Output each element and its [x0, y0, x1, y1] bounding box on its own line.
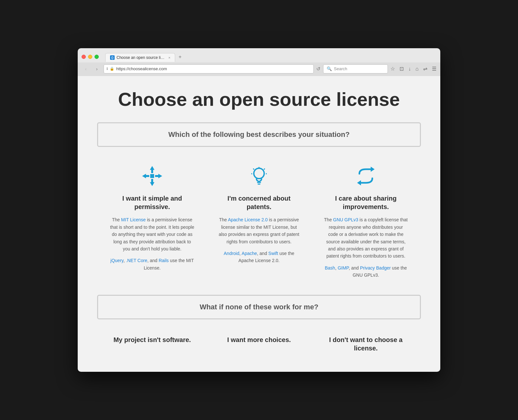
apache-link[interactable]: Apache	[242, 251, 257, 256]
dotnet-link[interactable]: .NET Core	[126, 258, 147, 263]
card-simple-heading: I want it simple and permissive.	[110, 194, 194, 211]
privacy-badger-link[interactable]: Privacy Badger	[360, 265, 391, 271]
info-icon: ℹ	[107, 67, 108, 71]
bottom-card-more-choices: I want more choices.	[210, 332, 308, 356]
bottom-card-more-choices-heading: I want more choices.	[217, 336, 301, 344]
svg-rect-3	[151, 179, 153, 183]
simple-icon	[110, 163, 194, 189]
card-simple-examples: jQuery, .NET Core, and Rails use the MIT…	[110, 257, 194, 271]
search-placeholder: Search	[334, 66, 347, 71]
home-icon[interactable]: ⌂	[415, 66, 419, 72]
tab-close-button[interactable]: ×	[168, 56, 170, 60]
tab-favicon: {}	[110, 55, 115, 60]
bash-link[interactable]: Bash	[325, 265, 335, 271]
minimize-button[interactable]	[88, 55, 92, 59]
mit-license-link[interactable]: MIT License	[121, 217, 146, 222]
maximize-button[interactable]	[95, 55, 99, 59]
svg-line-14	[264, 169, 265, 170]
rails-link[interactable]: Rails	[159, 258, 169, 263]
card-patents-desc: The Apache License 2.0 is a permissive l…	[217, 216, 301, 245]
page-content: Choose an open source license Which of t…	[78, 76, 440, 372]
card-simple: I want it simple and permissive. The MIT…	[104, 160, 201, 282]
svg-rect-1	[151, 169, 153, 173]
svg-line-13	[253, 169, 254, 170]
jquery-link[interactable]: jQuery	[110, 258, 123, 263]
card-sharing-heading: I care about sharing improvements.	[324, 194, 408, 211]
swift-link[interactable]: Swift	[268, 251, 278, 256]
bottom-card-not-software: My project isn't software.	[104, 332, 201, 356]
bottom-cards-row: My project isn't software. I want more c…	[97, 332, 421, 356]
svg-rect-5	[145, 175, 149, 177]
back-button[interactable]: ‹	[82, 65, 90, 73]
toolbar-icons: ☆ ⊡ ↓ ⌂ ⇌ ☰	[390, 66, 436, 72]
sharing-icon	[324, 163, 408, 189]
tab-title: Choose an open source licens…	[117, 55, 165, 60]
card-patents: I'm concerned about patents. The Apache …	[210, 160, 308, 282]
svg-marker-17	[371, 167, 375, 172]
menu-icon[interactable]: ☰	[432, 66, 436, 72]
svg-point-9	[254, 168, 264, 179]
reload-button[interactable]: ↺	[316, 66, 321, 72]
svg-rect-7	[155, 175, 159, 177]
card-sharing-examples: Bash, GIMP, and Privacy Badger use the G…	[324, 264, 408, 279]
close-button[interactable]	[82, 55, 86, 59]
bottom-card-not-software-heading: My project isn't software.	[110, 336, 194, 344]
card-patents-heading: I'm concerned about patents.	[217, 194, 301, 211]
gimp-link[interactable]: GIMP	[338, 265, 349, 271]
reading-icon[interactable]: ⊡	[400, 66, 404, 72]
bottom-card-no-license-heading: I don't want to choose a license.	[324, 336, 408, 352]
svg-marker-18	[357, 180, 361, 185]
question-box-1: Which of the following best describes yo…	[97, 122, 421, 147]
gpl-license-link[interactable]: GNU GPLv3	[333, 217, 358, 222]
tabs-row: {} Choose an open source licens… × +	[105, 52, 436, 62]
active-tab[interactable]: {} Choose an open source licens… ×	[105, 53, 175, 62]
bottom-card-no-license: I don't want to choose a license.	[317, 332, 414, 356]
forward-button[interactable]: ›	[93, 65, 101, 73]
patents-icon	[217, 163, 301, 189]
question-text-2: What if none of these work for me?	[200, 303, 319, 311]
download-icon[interactable]: ↓	[408, 66, 411, 72]
url-bar[interactable]: ℹ 🔒 https://choosealicense.com	[104, 64, 314, 73]
bookmark-icon[interactable]: ☆	[390, 66, 395, 72]
traffic-lights	[82, 55, 99, 59]
question-box-2: What if none of these work for me?	[97, 295, 421, 319]
lock-icon: 🔒	[110, 67, 114, 71]
search-icon: 🔍	[327, 66, 332, 71]
title-bar: {} Choose an open source licens… × + ‹ ›…	[78, 48, 440, 76]
search-bar[interactable]: 🔍 Search	[323, 64, 388, 73]
android-link[interactable]: Android	[224, 251, 239, 256]
apache-license-link[interactable]: Apache License 2.0	[228, 217, 268, 222]
card-sharing-desc: The GNU GPLv3 is a copyleft license that…	[324, 216, 408, 260]
cards-row: I want it simple and permissive. The MIT…	[97, 160, 421, 282]
customize-icon[interactable]: ⇌	[423, 66, 427, 72]
card-simple-desc: The MIT License is a permissive license …	[110, 216, 194, 252]
card-patents-examples: Android, Apache, and Swift use the Apach…	[217, 250, 301, 264]
question-text-1: Which of the following best describes yo…	[168, 130, 350, 138]
browser-window: {} Choose an open source licens… × + ‹ ›…	[78, 48, 440, 372]
card-sharing: I care about sharing improvements. The G…	[317, 160, 414, 282]
address-bar: ‹ › ℹ 🔒 https://choosealicense.com ↺ 🔍 S…	[78, 62, 440, 76]
svg-rect-8	[150, 174, 154, 178]
new-tab-button[interactable]: +	[175, 52, 185, 62]
url-text: https://choosealicense.com	[116, 66, 167, 71]
page-title: Choose an open source license	[97, 89, 421, 110]
